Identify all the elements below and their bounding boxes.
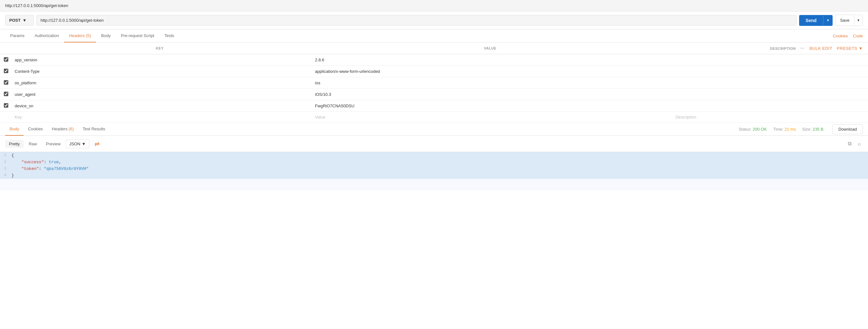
row-val-text-4: FwgRiO7CNA50DSU: [315, 104, 354, 108]
row-checkbox-4[interactable]: [4, 103, 8, 108]
response-tab-cookies[interactable]: Cookies: [24, 122, 48, 136]
bulk-edit-button[interactable]: Bulk Edit: [809, 46, 832, 51]
format-raw[interactable]: Raw: [25, 140, 41, 148]
code-line-2: 2 "success": true,: [0, 159, 868, 165]
row-desc-cell-4: [670, 100, 868, 112]
new-row-key-cell: Key: [9, 112, 310, 122]
tab-headers[interactable]: Headers (5): [64, 29, 96, 43]
time-label: Time: 21 ms: [773, 127, 796, 132]
method-chevron: ▼: [22, 18, 27, 23]
response-tab-testresults[interactable]: Test Results: [78, 122, 110, 136]
format-preview[interactable]: Preview: [42, 140, 64, 148]
new-value-placeholder: Value: [315, 115, 325, 119]
response-headers-badge: (6): [68, 127, 74, 131]
line-content-1: {: [11, 153, 14, 158]
presets-button[interactable]: Presets ▼: [837, 46, 863, 51]
code-line-4: 4 }: [0, 172, 868, 179]
download-button[interactable]: Download: [832, 124, 863, 134]
row-val-cell-0: 2.8.6: [310, 54, 671, 66]
row-key-cell-1: Content-Type: [9, 66, 310, 77]
copy-icon[interactable]: ⧉: [846, 140, 853, 148]
save-button[interactable]: Save ▼: [835, 15, 863, 26]
method-label: POST: [9, 18, 21, 23]
new-key-placeholder: Key: [15, 115, 22, 119]
line-num-4: 4: [0, 173, 11, 177]
table-row: user_agent iOS/10.3: [0, 89, 868, 100]
tab-prerequest[interactable]: Pre-request Script: [116, 29, 159, 43]
table-row: Content-Type application/x-www-form-urle…: [0, 66, 868, 77]
request-tabs: Params Authorization Headers (5) Body Pr…: [0, 29, 868, 43]
send-chevron-icon[interactable]: ▼: [823, 16, 833, 25]
row-key-text-2: os_platform: [15, 81, 36, 85]
title-url: http://127.0.0.1:5000/api/get-token: [5, 3, 68, 8]
col-description: DESCRIPTION ··· Bulk Edit Presets ▼: [670, 43, 868, 54]
new-row-val-cell: Value: [310, 112, 671, 122]
row-checkbox-2[interactable]: [4, 80, 8, 85]
col-key: KEY: [9, 43, 310, 54]
row-checkbox-cell: [0, 100, 9, 112]
json-format-select[interactable]: JSON ▼: [66, 140, 89, 148]
headers-table: KEY VALUE DESCRIPTION ··· Bulk Edit Pres…: [0, 43, 868, 122]
new-desc-placeholder: Description: [675, 115, 696, 119]
save-label: Save: [835, 15, 854, 26]
tabs-right: Cookies Code: [833, 33, 863, 38]
row-desc-cell-0: [670, 54, 868, 66]
row-val-cell-4: FwgRiO7CNA50DSU: [310, 100, 671, 112]
row-key-text-3: user_agent: [15, 92, 35, 97]
format-pretty[interactable]: Pretty: [5, 140, 24, 148]
status-value: 200 OK: [753, 127, 767, 132]
line-num-3: 3: [0, 166, 11, 171]
response-tab-headers[interactable]: Headers (6): [48, 122, 79, 136]
size-label: Size: 235 B: [802, 127, 824, 132]
tab-tests[interactable]: Tests: [159, 29, 179, 43]
time-value: 21 ms: [784, 127, 796, 132]
tab-params[interactable]: Params: [5, 29, 30, 43]
search-icon[interactable]: ⌕: [856, 140, 863, 148]
row-checkbox-1[interactable]: [4, 69, 8, 73]
size-value: 235 B: [812, 127, 824, 132]
response-tab-body[interactable]: Body: [5, 122, 24, 136]
row-val-text-2: ios: [315, 81, 320, 85]
new-row-desc-cell: Description: [670, 112, 868, 122]
url-bar: POST ▼ Send ▼ Save ▼: [0, 11, 868, 29]
row-checkbox-0[interactable]: [4, 57, 8, 62]
row-key-text-0: app_version: [15, 57, 37, 62]
response-bar: Body Cookies Headers (6) Test Results St…: [0, 122, 868, 136]
save-chevron-icon[interactable]: ▼: [854, 16, 863, 25]
json-label: JSON: [69, 141, 80, 146]
row-checkbox-3[interactable]: [4, 92, 8, 96]
code-line-1: 1 {: [0, 152, 868, 159]
wrap-button[interactable]: ⇌: [92, 138, 102, 149]
more-dots-icon[interactable]: ···: [800, 46, 805, 51]
cookies-link[interactable]: Cookies: [833, 33, 848, 38]
row-key-cell-3: user_agent: [9, 89, 310, 100]
row-val-text-1: application/x-www-form-urlencoded: [315, 69, 380, 74]
line-content-4: }: [11, 173, 14, 178]
line-content-3: "token": "qba756V9z6r0Y0VH": [11, 166, 89, 171]
method-select[interactable]: POST ▼: [5, 15, 34, 26]
row-val-cell-1: application/x-www-form-urlencoded: [310, 66, 671, 77]
body-toolbar: Pretty Raw Preview JSON ▼ ⇌ ⧉ ⌕: [0, 136, 868, 152]
line-num-2: 2: [0, 160, 11, 164]
url-input[interactable]: [36, 15, 797, 26]
row-key-cell-2: os_platform: [9, 77, 310, 89]
row-desc-cell-3: [670, 89, 868, 100]
send-button[interactable]: Send ▼: [799, 15, 833, 26]
row-checkbox-cell: [0, 77, 9, 89]
send-label: Send: [799, 15, 823, 26]
description-label: DESCRIPTION: [770, 47, 796, 51]
code-link[interactable]: Code: [853, 33, 863, 38]
response-meta: Status: 200 OK Time: 21 ms Size: 235 B D…: [739, 124, 863, 134]
row-key-cell-0: app_version: [9, 54, 310, 66]
row-key-text-1: Content-Type: [15, 69, 39, 74]
tab-authorization[interactable]: Authorization: [30, 29, 64, 43]
table-row: os_platform ios: [0, 77, 868, 89]
row-desc-cell-2: [670, 77, 868, 89]
status-label: Status: 200 OK: [739, 127, 767, 132]
table-row: app_version 2.8.6: [0, 54, 868, 66]
code-area: 1 { 2 "success": true, 3 "token": "qba75…: [0, 152, 868, 190]
row-checkbox-cell: [0, 66, 9, 77]
body-icons: ⧉ ⌕: [846, 140, 863, 148]
tab-body[interactable]: Body: [96, 29, 116, 43]
row-key-cell-4: device_sn: [9, 100, 310, 112]
